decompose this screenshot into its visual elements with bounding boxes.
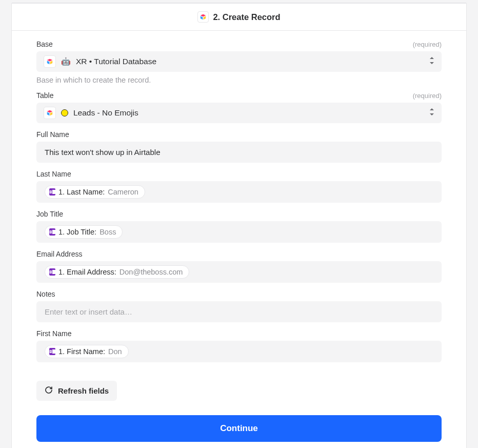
first-name-label: First Name bbox=[36, 329, 71, 338]
first-name-field: First Name 1. First Name: Don bbox=[36, 329, 442, 362]
form-step-icon bbox=[49, 188, 55, 196]
svg-rect-2 bbox=[50, 192, 51, 192]
base-helper: Base in which to create the record. bbox=[36, 76, 442, 84]
base-label: Base bbox=[36, 40, 53, 48]
base-emoji: 🤖 bbox=[61, 57, 71, 66]
airtable-icon bbox=[44, 107, 56, 119]
last-name-field: Last Name 1. Last Name: Cameron bbox=[36, 170, 442, 203]
airtable-icon bbox=[197, 11, 209, 23]
form-step-icon bbox=[49, 348, 55, 355]
card-header: 2. Create Record bbox=[12, 3, 466, 31]
table-label: Table bbox=[36, 91, 53, 100]
notes-field: Notes Enter text or insert data… bbox=[36, 290, 442, 322]
base-required: (required) bbox=[413, 41, 442, 48]
full-name-label: Full Name bbox=[36, 130, 69, 139]
last-name-input[interactable]: 1. Last Name: Cameron bbox=[36, 181, 442, 203]
first-name-pill[interactable]: 1. First Name: Don bbox=[45, 345, 129, 358]
table-field: Table (required) Leads - No Emojis bbox=[36, 91, 442, 123]
job-title-field: Job Title 1. Job Title: Boss bbox=[36, 210, 442, 243]
email-field: Email Address 1. Email Address: Don@theb… bbox=[36, 250, 442, 283]
last-name-pill[interactable]: 1. Last Name: Cameron bbox=[45, 185, 145, 199]
email-pill[interactable]: 1. Email Address: Don@theboss.com bbox=[45, 265, 189, 279]
step-title: 2. Create Record bbox=[213, 12, 280, 22]
svg-rect-8 bbox=[50, 272, 51, 272]
form-step-icon bbox=[49, 228, 55, 236]
card-content: Base (required) 🤖 XR • Tutorial Database… bbox=[12, 31, 466, 448]
refresh-label: Refresh fields bbox=[58, 386, 109, 395]
notes-label: Notes bbox=[36, 290, 55, 298]
full-name-input[interactable]: This text won't show up in Airtable bbox=[36, 142, 442, 163]
refresh-fields-button[interactable]: Refresh fields bbox=[36, 381, 117, 401]
base-value: XR • Tutorial Database bbox=[76, 57, 156, 66]
chevron-updown-icon bbox=[429, 57, 434, 66]
svg-rect-11 bbox=[50, 352, 51, 352]
step-card: 2. Create Record Base (required) 🤖 XR • … bbox=[11, 3, 467, 448]
refresh-icon bbox=[45, 386, 53, 396]
job-title-input[interactable]: 1. Job Title: Boss bbox=[36, 221, 442, 243]
email-input[interactable]: 1. Email Address: Don@theboss.com bbox=[36, 261, 442, 283]
svg-rect-1 bbox=[50, 191, 51, 192]
svg-rect-7 bbox=[50, 271, 51, 272]
airtable-icon bbox=[44, 55, 56, 68]
job-title-pill[interactable]: 1. Job Title: Boss bbox=[45, 225, 123, 239]
job-title-label: Job Title bbox=[36, 210, 63, 218]
base-field: Base (required) 🤖 XR • Tutorial Database… bbox=[36, 40, 442, 84]
svg-rect-10 bbox=[50, 351, 51, 352]
table-value: Leads - No Emojis bbox=[73, 108, 138, 118]
email-label: Email Address bbox=[36, 250, 82, 258]
first-name-input[interactable]: 1. First Name: Don bbox=[36, 341, 442, 362]
table-required: (required) bbox=[413, 92, 442, 100]
svg-rect-5 bbox=[50, 232, 51, 232]
notes-input[interactable]: Enter text or insert data… bbox=[36, 301, 442, 322]
base-select[interactable]: 🤖 XR • Tutorial Database bbox=[36, 51, 442, 72]
chevron-updown-icon bbox=[429, 108, 434, 118]
table-select[interactable]: Leads - No Emojis bbox=[36, 103, 442, 123]
form-step-icon bbox=[49, 268, 55, 276]
yellow-dot-icon bbox=[61, 109, 68, 116]
continue-button[interactable]: Continue bbox=[36, 415, 442, 442]
last-name-label: Last Name bbox=[36, 170, 71, 178]
full-name-field: Full Name This text won't show up in Air… bbox=[36, 130, 442, 163]
svg-rect-4 bbox=[50, 231, 51, 232]
